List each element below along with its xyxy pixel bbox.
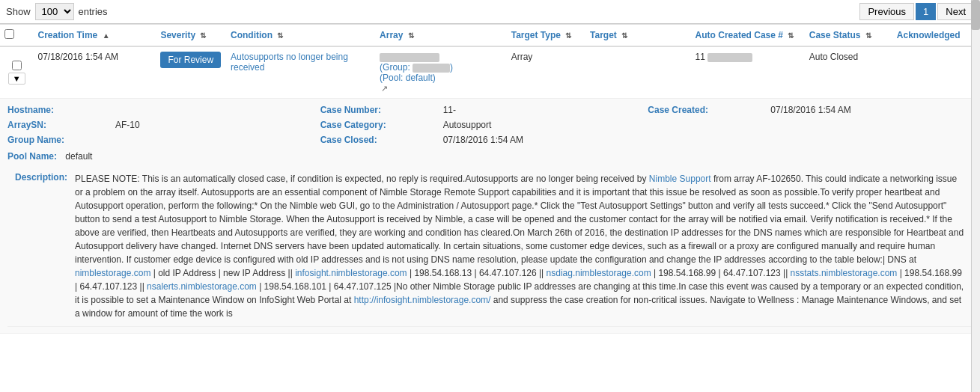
row-array: (Group: ) (Pool: default) ↗ <box>375 46 507 99</box>
row-creation-time: 07/18/2016 1:54 AM <box>33 46 156 99</box>
case-created-value: 07/18/2016 1:54 AM <box>770 105 973 115</box>
col-condition-label: Condition <box>231 30 273 40</box>
array-blurred-name <box>380 52 502 62</box>
array-external-link: ↗ <box>380 83 502 94</box>
case-number-label: Case Number: <box>320 105 440 115</box>
condition-sort-icon: ⇅ <box>277 31 283 40</box>
entries-label: entries <box>79 6 108 17</box>
row-expand-button[interactable]: ▼ <box>8 73 25 85</box>
array-pool-text: (Pool: default) <box>380 73 436 83</box>
array-sort-icon: ⇅ <box>408 31 414 40</box>
col-target[interactable]: Target ⇅ <box>585 25 691 47</box>
row-severity: For Review <box>156 46 226 99</box>
condition-link[interactable]: Autosupports no longer being received <box>231 52 348 73</box>
col-creation-time-label: Creation Time <box>37 30 97 40</box>
col-target-type[interactable]: Target Type ⇅ <box>507 25 585 47</box>
description-text: PLEASE NOTE: This is an automatically cl… <box>67 166 973 327</box>
col-checkbox <box>0 25 33 47</box>
case-closed-value: 07/18/2016 1:54 AM <box>443 135 645 145</box>
severity-sort-icon: ⇅ <box>200 31 206 40</box>
detail-row: Hostname: Case Number: 11- Case Created:… <box>0 99 980 334</box>
col-creation-time[interactable]: Creation Time ▲ <box>33 25 156 47</box>
row-checkbox-cell: ▼ <box>0 46 33 99</box>
detail-cell: Hostname: Case Number: 11- Case Created:… <box>0 99 980 334</box>
empty-value-1 <box>770 120 973 130</box>
creation-time-value: 07/18/2016 1:54 AM <box>37 52 118 62</box>
infosight-link[interactable]: infosight.nimblestorage.com <box>295 268 407 278</box>
group-name-blurred <box>115 135 136 145</box>
case-status-value: Auto Closed <box>809 52 858 62</box>
pagination: Previous 1 Next <box>859 3 974 20</box>
auto-case-num-blurred <box>707 53 752 62</box>
main-table: Creation Time ▲ Severity ⇅ Condition ⇅ A… <box>0 24 980 334</box>
hostname-value <box>115 105 317 115</box>
group-name-label: Group Name: <box>7 135 112 145</box>
show-label: Show <box>6 6 31 17</box>
array-sn-prefix: AF-10 <box>115 120 140 130</box>
nsstats-link[interactable]: nsstats.nimblestorage.com <box>791 268 898 278</box>
row-auto-case: 11 <box>691 46 805 99</box>
pool-name-label: Pool Name: <box>7 151 57 162</box>
row-checkbox[interactable] <box>12 61 22 70</box>
select-all-checkbox[interactable] <box>4 29 14 39</box>
nimblestorage-link1[interactable]: nimblestorage.com <box>75 268 150 278</box>
col-array[interactable]: Array ⇅ <box>375 25 507 47</box>
array-group-blurred <box>413 64 450 73</box>
col-acknowledged-label: Acknowledged <box>897 30 961 40</box>
col-auto-created-case[interactable]: Auto Created Case # ⇅ <box>691 25 805 47</box>
pool-name-row: Pool Name: default <box>7 151 973 162</box>
description-row: Description: PLEASE NOTE: This is an aut… <box>7 166 973 327</box>
current-page: 1 <box>916 3 936 20</box>
row-target <box>585 46 691 99</box>
col-severity[interactable]: Severity ⇅ <box>156 25 226 47</box>
col-target-type-label: Target Type <box>511 30 561 40</box>
col-array-label: Array <box>380 30 403 40</box>
scrollbar-thumb[interactable] <box>971 0 980 30</box>
target-sort-icon: ⇅ <box>621 31 627 40</box>
detail-grid: Hostname: Case Number: 11- Case Created:… <box>7 105 973 145</box>
array-sn-blurred <box>140 120 150 130</box>
col-case-status-label: Case Status <box>809 30 861 40</box>
pool-name-value: default <box>65 151 92 162</box>
scrollbar[interactable] <box>971 0 980 334</box>
hostname-label: Hostname: <box>7 105 112 115</box>
table-header-row: Creation Time ▲ Severity ⇅ Condition ⇅ A… <box>0 25 980 47</box>
hostname-blurred <box>115 105 138 115</box>
empty-label-1 <box>648 120 767 130</box>
nsalerts-link[interactable]: nsalerts.nimblestorage.com <box>147 281 257 292</box>
next-button[interactable]: Next <box>937 3 974 20</box>
external-link-icon[interactable]: ↗ <box>381 84 388 94</box>
case-number-value: 11- <box>443 105 645 115</box>
col-case-status[interactable]: Case Status ⇅ <box>805 25 892 47</box>
creation-time-sort-icon: ▲ <box>103 31 110 40</box>
entries-select[interactable]: 100 10 25 50 <box>35 3 74 20</box>
case-created-label: Case Created: <box>648 105 767 115</box>
auto-case-sort-icon: ⇅ <box>788 31 794 40</box>
top-bar: Show 100 10 25 50 entries Previous 1 Nex… <box>0 0 980 24</box>
col-condition[interactable]: Condition ⇅ <box>226 25 375 47</box>
table-row: ▼ 07/18/2016 1:54 AM For Review Autosupp… <box>0 46 980 99</box>
nsdiag-link[interactable]: nsdiag.nimblestorage.com <box>547 268 651 278</box>
row-target-type: Array <box>507 46 585 99</box>
col-acknowledged: Acknowledged <box>892 25 980 47</box>
row-condition: Autosupports no longer being received <box>226 46 375 99</box>
empty-label-2 <box>648 135 767 145</box>
infosight-portal-link[interactable]: http://infosight.nimblestorage.com/ <box>354 295 491 305</box>
array-group-close: ) <box>450 62 453 73</box>
target-value-blurred <box>590 52 610 62</box>
description-label: Description: <box>7 166 67 327</box>
array-sn-value: AF-10 <box>115 120 317 130</box>
nimble-support-link[interactable]: Nimble Support <box>649 174 711 184</box>
for-review-badge: For Review <box>160 52 221 68</box>
array-group-text: (Group: <box>380 62 413 73</box>
array-pool: (Pool: default) <box>380 73 502 83</box>
empty-value-2 <box>770 135 973 145</box>
group-name-value <box>115 135 317 145</box>
auto-case-num-prefix: 11 <box>696 52 705 62</box>
case-closed-label: Case Closed: <box>320 135 440 145</box>
case-status-sort-icon: ⇅ <box>865 31 871 40</box>
case-number-prefix: 11- <box>443 105 456 115</box>
previous-button[interactable]: Previous <box>859 3 914 20</box>
array-group-pool: (Group: ) <box>380 62 502 73</box>
case-category-label: Case Category: <box>320 120 440 130</box>
